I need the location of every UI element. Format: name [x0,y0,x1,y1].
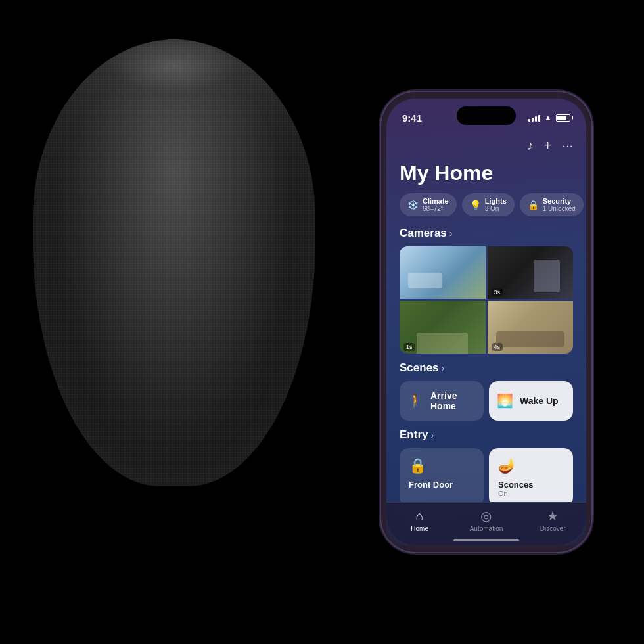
security-label: Security [543,197,576,205]
wake-up-scene-button[interactable]: 🌅 Wake Up [489,381,573,421]
more-button[interactable]: ··· [562,138,573,153]
homepod [33,39,348,552]
camera-cell-3[interactable]: 1s [400,301,486,354]
lights-pill-text: Lights 3 On [485,197,507,212]
climate-label: Climate [423,197,449,205]
arrive-home-icon: 🚶 [407,393,424,409]
camera-object-couch [496,331,564,347]
front-door-lock-icon: 🔒 [409,457,474,474]
dynamic-island [457,106,516,125]
sconces-sub: On [498,490,564,497]
app-content: ♪ + ··· My Home ❄️ Climate 68–72° [386,127,586,545]
cameras-chevron-icon[interactable]: › [449,228,453,239]
action-bar: ♪ + ··· [386,133,586,158]
camera-cell-2[interactable]: 3s [488,246,574,299]
automation-tab-icon: ◎ [480,508,492,524]
arrive-home-scene-button[interactable]: 🚶 Arrive Home [400,381,484,421]
page-title: My Home [386,158,586,193]
security-value: 1 Unlocked [543,205,576,212]
entry-section-title: Entry [400,428,428,442]
lights-label: Lights [485,197,507,205]
scenes-section: Scenes › 🚶 Arrive Home 🌅 Wake Up [386,361,586,428]
iphone-container: 9:41 ▲ ♪ [381,92,605,565]
homepod-body [33,39,315,486]
camera-cell-4[interactable]: 4s [488,301,574,354]
home-indicator [453,539,519,541]
lights-value: 3 On [485,205,507,212]
voice-button[interactable]: ♪ [527,138,534,153]
entry-section: Entry › 🔒 Front Door 🪔 Sconces [386,428,586,502]
entry-chevron-icon[interactable]: › [430,430,434,440]
scenes-section-title: Scenes [400,361,439,375]
battery-icon [556,114,570,122]
homepod-mesh-texture [33,39,315,486]
camera-timestamp-2: 3s [492,288,503,296]
status-icons: ▲ [528,113,570,122]
camera-grid[interactable]: 3s 1s 4s [400,246,573,354]
lights-pill[interactable]: 💡 Lights 3 On [462,193,515,216]
security-pill[interactable]: 🔒 Security 1 Unlocked [520,193,584,216]
climate-pill-text: Climate 68–72° [423,197,449,212]
scenes-chevron-icon[interactable]: › [442,363,445,373]
signal-bar-3 [535,116,537,122]
automation-tab-label: Automation [470,525,503,532]
scenes-row: 🚶 Arrive Home 🌅 Wake Up [400,381,573,421]
camera-object-bike [534,260,560,292]
camera-feed-1 [400,246,486,299]
cameras-section: Cameras › 3s [386,227,586,361]
camera-timestamp-4: 4s [492,343,503,351]
front-door-label: Front Door [409,480,474,490]
camera-timestamp-3: 1s [403,343,415,351]
wifi-icon: ▲ [544,113,552,122]
add-button[interactable]: + [544,138,552,153]
camera-path-element [417,333,468,354]
battery-fill [557,116,566,120]
signal-bars-icon [528,114,540,122]
sconces-card[interactable]: 🪔 Sconces On [489,448,573,502]
sconces-label: Sconces [498,480,564,490]
wake-up-label: Wake Up [520,396,559,406]
climate-icon: ❄️ [407,200,419,210]
tab-home[interactable]: ⌂ Home [386,509,453,532]
tab-automation[interactable]: ◎ Automation [453,508,519,532]
signal-bar-1 [528,119,530,122]
iphone-screen: 9:41 ▲ ♪ [386,99,586,545]
signal-bar-2 [532,118,534,122]
security-icon: 🔒 [528,200,539,210]
status-time: 9:41 [402,112,422,124]
camera-cell-1[interactable] [400,246,486,299]
wake-up-icon: 🌅 [497,393,513,409]
arrive-home-label: Arrive Home [430,390,476,411]
home-tab-icon: ⌂ [416,509,424,524]
entry-grid: 🔒 Front Door 🪔 Sconces On [400,448,573,502]
home-tab-label: Home [411,525,428,532]
discover-tab-icon: ★ [547,508,559,524]
security-pill-text: Security 1 Unlocked [543,197,576,212]
signal-bar-4 [538,115,540,122]
scroll-content: Cameras › 3s [386,227,586,502]
entry-section-header: Entry › [400,428,573,442]
status-pills-row: ❄️ Climate 68–72° 💡 Lights 3 On [386,193,586,227]
sconces-icon: 🪔 [498,457,564,474]
cameras-section-title: Cameras [400,227,447,240]
iphone-body: 9:41 ▲ ♪ [381,92,591,552]
discover-tab-label: Discover [540,525,566,532]
sconces-text: Sconces On [498,480,564,497]
climate-pill[interactable]: ❄️ Climate 68–72° [400,193,457,216]
cameras-section-header: Cameras › [400,227,573,240]
front-door-card[interactable]: 🔒 Front Door [400,448,484,502]
lights-icon: 💡 [470,200,481,210]
tab-discover[interactable]: ★ Discover [520,508,586,532]
climate-value: 68–72° [423,205,449,212]
scenes-section-header: Scenes › [400,361,573,375]
